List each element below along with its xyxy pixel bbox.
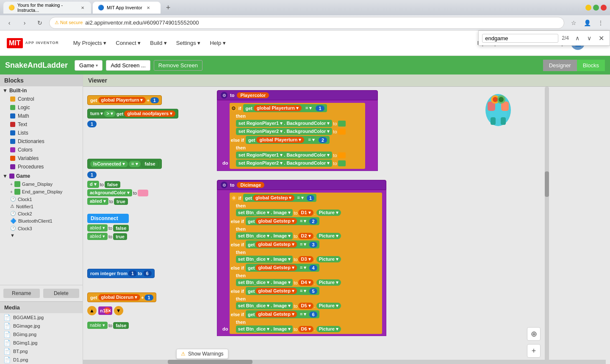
gpt-pill[interactable]: global Playerturn ▾: [254, 105, 302, 111]
sidebar-item-colors[interactable]: Colors: [0, 146, 83, 154]
gpt-pill2[interactable]: global Playerturn ▾: [256, 137, 304, 143]
gt-op[interactable]: > ▾: [104, 110, 115, 117]
screen-selector[interactable]: Game ▾: [75, 60, 103, 71]
set-btndice1[interactable]: set Btn_dice ▾ . Image ▾: [236, 209, 293, 216]
horizontal-scrollbar[interactable]: [83, 360, 606, 364]
builtin-section-header[interactable]: ▼ Built-in: [0, 86, 83, 95]
orange-swatch1[interactable]: [338, 129, 346, 135]
nav-help[interactable]: Help ▾: [205, 37, 230, 49]
browser-tab-1[interactable]: 🟡 Yours for the making - Instructa... ✕: [3, 2, 91, 14]
d5-pill[interactable]: D5 ▾: [298, 303, 313, 309]
disconnect-block[interactable]: Disconnect: [87, 214, 129, 223]
set-btndice2[interactable]: set Btn_dice ▾ . Image ▾: [236, 232, 293, 240]
viewer-canvas[interactable]: get global Playerturn ▾ + 1 turn ▾ > ▾ g…: [83, 87, 610, 364]
false-block2[interactable]: false: [105, 181, 120, 188]
game-section-header[interactable]: ▼ Game: [0, 172, 83, 180]
true2-block[interactable]: true: [113, 233, 127, 240]
green-swatch1[interactable]: [338, 121, 346, 127]
sidebar-item-control[interactable]: Control: [0, 95, 83, 103]
set-rp2-label[interactable]: set RegionPlayer2 ▾ . BackgroundColor ▾: [236, 128, 333, 135]
sidebar-item-variables[interactable]: Variables: [0, 154, 83, 163]
getstep-elseif4[interactable]: get global Getstep ▾ = ▾ 4: [246, 264, 319, 272]
add-screen-button[interactable]: Add Screen ...: [106, 60, 150, 71]
abled3-label[interactable]: abled ▾: [87, 233, 108, 240]
global-noofplayers-pill[interactable]: global noofplayers ▾: [124, 110, 175, 117]
warning-triangle-down[interactable]: ▼: [114, 306, 123, 315]
media-item-bt[interactable]: 📄 BT.png: [0, 347, 83, 356]
true-block[interactable]: true: [114, 198, 128, 205]
val-2[interactable]: 2: [319, 137, 327, 143]
media-item-d1[interactable]: 📄 D1.png: [0, 356, 83, 364]
picture-d1[interactable]: Picture ▾: [316, 210, 341, 216]
nav-settings[interactable]: Settings ▾: [172, 37, 205, 49]
playercolor-pill[interactable]: Playercolor: [237, 92, 269, 98]
color-swatch-pink[interactable]: [138, 190, 148, 196]
sidebar-item-lists[interactable]: Lists: [0, 129, 83, 137]
remove-screen-button[interactable]: Remove Screen: [154, 60, 202, 71]
val-1[interactable]: 1: [316, 105, 324, 111]
profile-button[interactable]: 👤: [581, 17, 593, 29]
d3-pill[interactable]: D3 ▾: [298, 256, 313, 262]
playercolor-event-header[interactable]: ⚙ to Playercolor: [217, 90, 378, 100]
search-prev-button[interactable]: ∧: [572, 33, 582, 43]
bookmark-button[interactable]: ☆: [568, 17, 580, 29]
set-btndice6[interactable]: set Btn_dice ▾ . Image ▾: [236, 325, 293, 333]
random-int-block[interactable]: rom integer from 1 to 6: [87, 269, 155, 278]
d1-pill[interactable]: D1 ▾: [298, 210, 313, 216]
nav-connect[interactable]: Connect ▾: [111, 37, 145, 49]
sidebar-game-display[interactable]: + Game_Display: [0, 180, 83, 188]
block-isconnected[interactable]: IsConnected ▾ = ▾ false: [87, 159, 162, 169]
zoom-in-button[interactable]: +: [527, 344, 541, 358]
media-item-bgimg1[interactable]: 📄 BGimg1.jpg: [0, 339, 83, 347]
number-1-pill[interactable]: 1: [150, 97, 159, 103]
eq-op[interactable]: = ▾: [129, 161, 140, 167]
sidebar-item-math[interactable]: Math: [0, 112, 83, 120]
media-item-bgimage[interactable]: 📄 BGimage.jpg: [0, 322, 83, 330]
sidebar-item-logic[interactable]: Logic: [0, 103, 83, 112]
dicimage-pill[interactable]: Dicimage: [237, 182, 264, 188]
delete-button[interactable]: Delete: [43, 289, 80, 298]
abled2-label[interactable]: abled ▾: [87, 224, 108, 232]
new-tab-button[interactable]: +: [162, 2, 174, 14]
media-item-bggame1[interactable]: 📄 BGGAME1.jpg: [0, 313, 83, 322]
eq-op3[interactable]: = ▾: [305, 137, 317, 143]
warning-tooltip[interactable]: ⚠ Show Warnings: [176, 349, 228, 359]
sidebar-clock2[interactable]: 🕐 Clock2: [0, 210, 83, 217]
window-minimize[interactable]: [585, 5, 591, 11]
dice-1-pill[interactable]: 1: [144, 295, 153, 301]
rename-button[interactable]: Rename: [3, 289, 40, 298]
blocks-view-button[interactable]: Blocks: [577, 60, 605, 71]
crosshair-button[interactable]: ⊕: [527, 327, 541, 341]
picture-d3[interactable]: Picture ▾: [316, 256, 341, 262]
set-rp1-label[interactable]: set RegionPlayer1 ▾ . BackgroundColor ▾: [236, 120, 333, 127]
search-input[interactable]: endgame: [482, 34, 558, 43]
hscrollbar-thumb[interactable]: [168, 360, 252, 364]
dicimage-event-header[interactable]: ⚙ to Dicimage: [217, 180, 386, 190]
warning-triangle-up[interactable]: ▲: [87, 306, 97, 315]
tab-close-1[interactable]: ✕: [79, 4, 86, 11]
sidebar-item-dictionaries[interactable]: Dictionaries: [0, 137, 83, 146]
getstep-if1[interactable]: get global Getstep ▾ = ▾ 1: [243, 194, 317, 202]
nav-build[interactable]: Build ▾: [146, 37, 171, 49]
false3-block[interactable]: false: [113, 225, 129, 232]
tab-close-2[interactable]: ✕: [145, 4, 152, 11]
designer-view-button[interactable]: Designer: [543, 60, 577, 71]
sidebar-bluetoothclient1[interactable]: 🔷 BluetoothClient1: [0, 217, 83, 225]
vertical-scrollbar[interactable]: [545, 87, 549, 364]
isconnected-pill[interactable]: IsConnected ▾: [90, 161, 128, 167]
picture-d6[interactable]: Picture ▾: [316, 326, 341, 332]
window-close[interactable]: [601, 5, 607, 11]
global-dicerun-pill[interactable]: global Dicerun ▾: [98, 294, 140, 301]
picture-d4[interactable]: Picture ▾: [316, 279, 341, 286]
green-swatch2[interactable]: [338, 160, 346, 166]
nav-myprojects[interactable]: My Projects ▾: [69, 37, 111, 49]
sidebar-clock1[interactable]: 🕐 Clock1: [0, 196, 83, 203]
d2-pill[interactable]: D2 ▾: [298, 233, 313, 239]
block-get-playerturn[interactable]: get global Playerturn ▾ + 1: [87, 95, 162, 105]
get-pt-elseif[interactable]: get global Playerturn ▾ = ▾ 2: [246, 136, 330, 144]
from-1-pill[interactable]: 1: [128, 270, 137, 276]
media-item-bgimg[interactable]: 📄 BGimg.png: [0, 330, 83, 339]
to-6-pill[interactable]: 6: [143, 270, 152, 276]
d6-pill[interactable]: D6 ▾: [298, 326, 313, 332]
window-maximize[interactable]: [593, 5, 599, 11]
